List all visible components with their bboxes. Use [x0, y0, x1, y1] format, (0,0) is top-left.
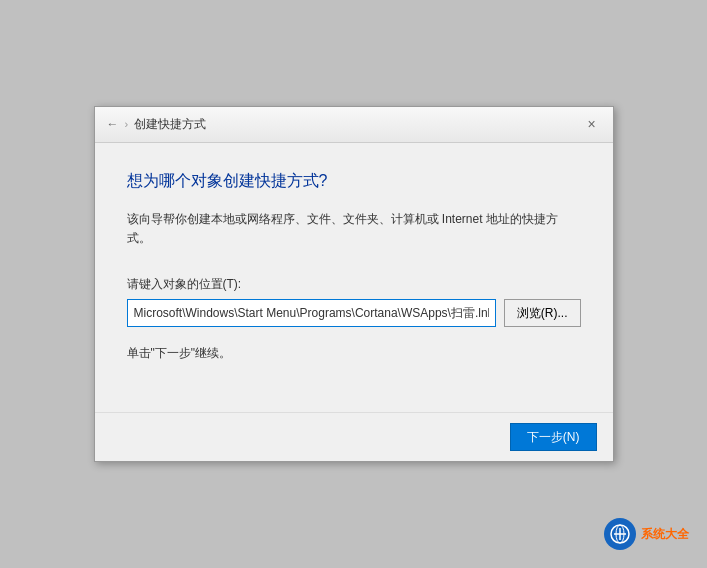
title-bar: ← › 创建快捷方式 × — [95, 107, 613, 143]
input-row: 浏览(R)... — [127, 299, 581, 327]
path-input[interactable] — [127, 299, 496, 327]
input-label: 请键入对象的位置(T): — [127, 276, 581, 293]
description-text: 该向导帮你创建本地或网络程序、文件、文件夹、计算机或 Internet 地址的快… — [127, 210, 581, 248]
dialog-window: ← › 创建快捷方式 × 想为哪个对象创建快捷方式? 该向导帮你创建本地或网络程… — [94, 106, 614, 462]
main-question: 想为哪个对象创建快捷方式? — [127, 171, 581, 192]
watermark-text: 系统大全 — [641, 526, 689, 543]
close-button[interactable]: × — [583, 115, 601, 133]
browse-button[interactable]: 浏览(R)... — [504, 299, 581, 327]
title-separator: › — [125, 118, 129, 130]
dialog-content: 想为哪个对象创建快捷方式? 该向导帮你创建本地或网络程序、文件、文件夹、计算机或… — [95, 143, 613, 412]
dialog-title: 创建快捷方式 — [134, 116, 206, 133]
title-bar-left: ← › 创建快捷方式 — [107, 116, 207, 133]
dialog-footer: 下一步(N) — [95, 412, 613, 461]
watermark-circle — [604, 518, 636, 550]
back-arrow-icon[interactable]: ← — [107, 117, 119, 131]
next-button[interactable]: 下一步(N) — [510, 423, 597, 451]
hint-text: 单击"下一步"继续。 — [127, 345, 581, 362]
